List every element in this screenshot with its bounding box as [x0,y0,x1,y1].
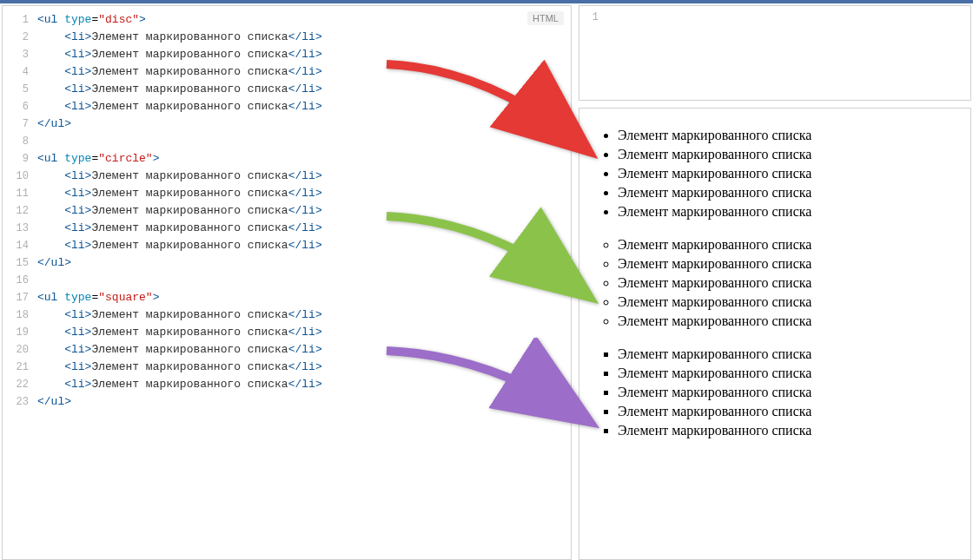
line-number: 14 [3,237,37,254]
list-item: Элемент маркированного списка [618,164,962,183]
line-content[interactable]: <li>Элемент маркированного списка</li> [37,220,571,237]
list-item: Элемент маркированного списка [618,254,962,273]
code-editor-panel[interactable]: HTML 1<ul type="disc">2 <li>Элемент марк… [2,5,572,560]
line-number: 11 [3,185,37,202]
code-line[interactable]: 10 <li>Элемент маркированного списка</li… [3,168,571,185]
list-item: Элемент маркированного списка [618,126,962,145]
line-number: 2 [3,29,37,46]
line-number: 1 [579,6,606,23]
code-line[interactable]: 7</ul> [3,115,571,133]
preview-header-panel: 1 [579,5,971,101]
list-item: Элемент маркированного списка [618,293,962,312]
line-content[interactable]: <li>Элемент маркированного списка</li> [37,202,571,220]
line-content[interactable]: <li>Элемент маркированного списка</li> [37,81,571,98]
line-content[interactable]: <li>Элемент маркированного списка</li> [37,237,571,254]
code-line[interactable]: 22 <li>Элемент маркированного списка</li… [3,376,571,393]
line-number: 21 [3,359,37,376]
line-content[interactable]: <ul type="circle"> [37,150,571,168]
line-content[interactable]: </ul> [37,254,571,272]
list-item: Элемент маркированного списка [618,273,962,293]
line-content[interactable] [37,272,571,289]
line-content[interactable]: <li>Элемент маркированного списка</li> [37,29,571,46]
line-content[interactable]: <ul type="disc"> [37,11,571,29]
line-number: 9 [3,150,37,168]
code-line[interactable]: 20 <li>Элемент маркированного списка</li… [3,341,571,359]
line-number: 17 [3,289,37,306]
code-line[interactable]: 18 <li>Элемент маркированного списка</li… [3,306,571,324]
code-line[interactable]: 17<ul type="square"> [3,289,571,306]
line-content[interactable]: <li>Элемент маркированного списка</li> [37,341,571,359]
list-item: Элемент маркированного списка [618,402,962,421]
list-item: Элемент маркированного списка [618,312,962,331]
disc-list: Элемент маркированного списка Элемент ма… [618,126,962,221]
code-line[interactable]: 8 [3,133,571,150]
line-number: 12 [3,202,37,220]
code-line[interactable]: 1<ul type="disc"> [3,11,571,29]
line-number: 3 [3,46,37,63]
line-content[interactable]: <li>Элемент маркированного списка</li> [37,46,571,63]
list-item: Элемент маркированного списка [618,421,962,440]
line-number: 15 [3,254,37,272]
line-content[interactable]: <li>Элемент маркированного списка</li> [37,376,571,393]
line-content[interactable]: <li>Элемент маркированного списка</li> [37,98,571,115]
code-content[interactable]: 1<ul type="disc">2 <li>Элемент маркирова… [3,6,571,416]
line-number: 13 [3,220,37,237]
line-number: 18 [3,306,37,324]
line-content[interactable]: </ul> [37,393,571,411]
preview-output-panel: Элемент маркированного списка Элемент ма… [579,108,971,560]
code-line[interactable]: 9<ul type="circle"> [3,150,571,168]
code-line[interactable]: 16 [3,272,571,289]
line-number: 16 [3,272,37,289]
list-item: Элемент маркированного списка [618,202,962,221]
code-line[interactable]: 23</ul> [3,393,571,411]
code-line[interactable]: 3 <li>Элемент маркированного списка</li> [3,46,571,63]
line-number: 4 [3,63,37,81]
code-line[interactable]: 11 <li>Элемент маркированного списка</li… [3,185,571,202]
line-number: 19 [3,324,37,341]
line-number: 8 [3,133,37,150]
code-line[interactable]: 2 <li>Элемент маркированного списка</li> [3,29,571,46]
right-side: 1 Элемент маркированного списка Элемент … [579,5,971,560]
circle-list: Элемент маркированного списка Элемент ма… [618,235,962,331]
line-number: 20 [3,341,37,359]
code-line[interactable]: 5 <li>Элемент маркированного списка</li> [3,81,571,98]
line-content[interactable]: <li>Элемент маркированного списка</li> [37,359,571,376]
code-line[interactable]: 4 <li>Элемент маркированного списка</li> [3,63,571,81]
code-line[interactable]: 19 <li>Элемент маркированного списка</li… [3,324,571,341]
line-number: 22 [3,376,37,393]
line-number: 5 [3,81,37,98]
language-badge: HTML [527,11,564,25]
line-number: 7 [3,115,37,133]
line-content[interactable]: <li>Элемент маркированного списка</li> [37,185,571,202]
line-number: 1 [3,11,37,29]
line-content[interactable]: <li>Элемент маркированного списка</li> [37,168,571,185]
code-line[interactable]: 12 <li>Элемент маркированного списка</li… [3,202,571,220]
square-list: Элемент маркированного списка Элемент ма… [618,345,962,440]
line-content[interactable]: </ul> [37,115,571,133]
line-number: 10 [3,168,37,185]
line-content[interactable]: <li>Элемент маркированного списка</li> [37,324,571,341]
list-item: Элемент маркированного списка [618,364,962,383]
list-item: Элемент маркированного списка [618,345,962,364]
list-item: Элемент маркированного списка [618,183,962,202]
code-line[interactable]: 6 <li>Элемент маркированного списка</li> [3,98,571,115]
code-line[interactable]: 14 <li>Элемент маркированного списка</li… [3,237,571,254]
line-content[interactable]: <li>Элемент маркированного списка</li> [37,63,571,81]
code-line[interactable]: 21 <li>Элемент маркированного списка</li… [3,359,571,376]
line-number: 6 [3,98,37,115]
main-container: HTML 1<ul type="disc">2 <li>Элемент марк… [0,3,973,560]
line-content[interactable] [37,133,571,150]
list-item: Элемент маркированного списка [618,145,962,164]
line-number: 23 [3,393,37,411]
code-line[interactable]: 13 <li>Элемент маркированного списка</li… [3,220,571,237]
list-item: Элемент маркированного списка [618,235,962,254]
code-line[interactable]: 15</ul> [3,254,571,272]
line-content[interactable]: <ul type="square"> [37,289,571,306]
list-item: Элемент маркированного списка [618,383,962,402]
line-content[interactable]: <li>Элемент маркированного списка</li> [37,306,571,324]
